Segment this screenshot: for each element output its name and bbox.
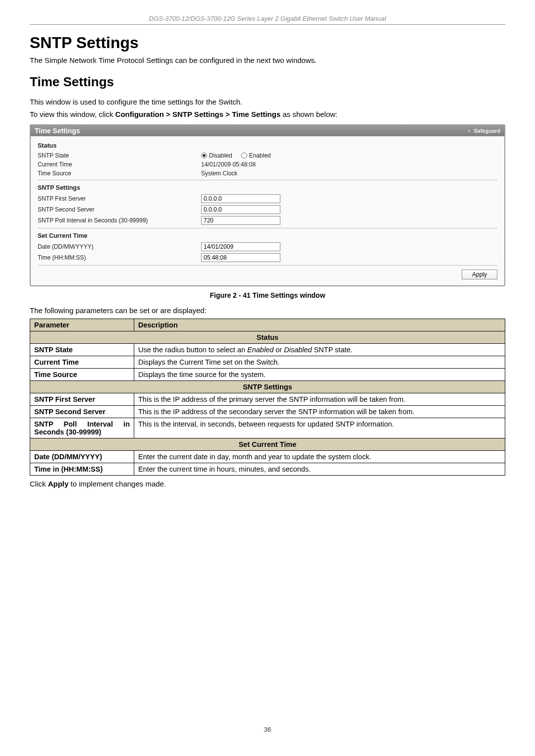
radio-circle-icon [201,153,207,159]
nav-path: To view this window, click Configuration… [30,110,505,118]
col-parameter: Parameter [30,319,134,331]
window-body: Status SNTP State Disabled Enabled Curre… [31,136,504,285]
first-server-input[interactable] [201,194,280,203]
param-sntp-state: SNTP State [30,344,134,356]
radio-enabled[interactable]: Enabled [241,152,271,159]
param-second-server: SNTP Second Server [30,406,134,418]
time-row: Time (HH:MM:SS) [38,253,497,262]
intro-text: The Simple Network Time Protocol Setting… [30,56,505,64]
first-server-row: SNTP First Server [38,194,497,203]
sub-heading: Time Settings [30,74,505,90]
apply-note: Click Apply to implement changes made. [30,480,505,488]
current-time-value: 14/01/2009 05:48:08 [201,161,256,168]
section-set-time-cell: Set Current Time [30,438,505,451]
desc-second-server: This is the IP address of the secondary … [134,406,505,418]
desc-time: Enter the current time in hours, minutes… [134,463,505,476]
apply-note-post: to implement changes made. [68,480,166,488]
table-row: SNTP Second Server This is the IP addres… [30,406,505,418]
sntp-settings-heading: SNTP Settings [38,184,497,191]
desc-current-time: Displays the Current Time set on the Swi… [134,356,505,369]
date-input[interactable] [201,242,280,251]
col-description: Description [134,319,505,331]
radio-disabled-label: Disabled [209,152,232,159]
table-row: Time in (HH:MM:SS) Enter the current tim… [30,463,505,476]
nav-suffix: as shown below: [280,110,337,118]
second-server-row: SNTP Second Server [38,205,497,214]
desc-first-server: This is the IP address of the primary se… [134,393,505,406]
time-label: Time (HH:MM:SS) [38,254,201,261]
param-time-source: Time Source [30,369,134,381]
section-status: Status [30,331,505,344]
sntp-state-label: SNTP State [38,152,201,159]
parameter-table: Parameter Description Status SNTP State … [30,319,505,476]
section-status-cell: Status [30,331,505,344]
t: or [273,346,284,354]
table-row: Date (DD/MM/YYYY) Enter the current date… [30,451,505,463]
nav-prefix: To view this window, click [30,110,115,118]
poll-interval-label: SNTP Poll Interval in Seconds (30-99999) [38,217,201,224]
window-titlebar: Time Settings Safeguard [31,125,504,136]
first-server-label: SNTP First Server [38,195,201,202]
section-sntp: SNTP Settings [30,381,505,393]
table-header-row: Parameter Description [30,319,505,331]
apply-note-pre: Click [30,480,48,488]
table-row: Time Source Displays the time source for… [30,369,505,381]
main-heading: SNTP Settings [30,34,505,52]
radio-enabled-label: Enabled [249,152,271,159]
current-time-label: Current Time [38,161,201,168]
apply-row: Apply [38,270,497,279]
apply-note-bold: Apply [48,480,69,488]
desc-sntp-state: Use the radius button to select an Enabl… [134,344,505,356]
desc-time-source: Displays the time source for the system. [134,369,505,381]
poll-interval-input[interactable] [201,216,280,225]
second-server-label: SNTP Second Server [38,206,201,213]
section-set-time: Set Current Time [30,438,505,451]
radio-dot-icon [203,154,206,157]
time-source-value: System Clock [201,170,237,177]
table-row: SNTP State Use the radius button to sele… [30,344,505,356]
param-first-server: SNTP First Server [30,393,134,406]
param-time: Time in (HH:MM:SS) [30,463,134,476]
figure-caption: Figure 2 - 41 Time Settings window [30,291,505,299]
table-row: SNTP Poll Interval in Seconds (30-99999)… [30,418,505,438]
date-row: Date (DD/MM/YYYY) [38,242,497,251]
radio-circle-icon [241,153,247,159]
time-source-row: Time Source System Clock [38,170,497,177]
desc-text: This window is used to configure the tim… [30,98,505,106]
divider [38,265,497,266]
param-poll: SNTP Poll Interval in Seconds (30-99999) [30,418,134,438]
params-intro: The following parameters can be set or a… [30,306,505,315]
second-server-input[interactable] [201,205,280,214]
safeguard-label: Safeguard [474,128,500,134]
apply-button[interactable]: Apply [462,270,497,279]
table-row: SNTP First Server This is the IP address… [30,393,505,406]
safeguard-badge: Safeguard [467,128,500,134]
manual-header: DGS-3700-12/DGS-3700-12G Series Layer 2 … [30,15,505,25]
t: SNTP state. [312,346,353,354]
window-title: Time Settings [35,127,80,135]
status-heading: Status [38,142,497,149]
time-source-label: Time Source [38,170,201,177]
table-row: Current Time Displays the Current Time s… [30,356,505,369]
t: Enabled [247,346,273,354]
sntp-state-row: SNTP State Disabled Enabled [38,152,497,159]
t: Use the radius button to select an [138,346,247,354]
page-number: 36 [30,726,505,733]
divider [38,228,497,228]
set-current-time-heading: Set Current Time [38,232,497,239]
divider [38,180,497,180]
radio-disabled[interactable]: Disabled [201,152,232,159]
param-date: Date (DD/MM/YYYY) [30,451,134,463]
desc-poll: This is the interval, in seconds, betwee… [134,418,505,438]
sntp-state-radios: Disabled Enabled [201,152,271,159]
param-current-time: Current Time [30,356,134,369]
date-label: Date (DD/MM/YYYY) [38,243,201,250]
t: Disabled [284,346,312,354]
poll-interval-row: SNTP Poll Interval in Seconds (30-99999) [38,216,497,225]
safeguard-icon [467,128,472,133]
section-sntp-cell: SNTP Settings [30,381,505,393]
desc-date: Enter the current date in day, month and… [134,451,505,463]
time-settings-window: Time Settings Safeguard Status SNTP Stat… [30,124,505,286]
nav-bold: Configuration > SNTP Settings > Time Set… [115,110,281,118]
time-input[interactable] [201,253,280,262]
